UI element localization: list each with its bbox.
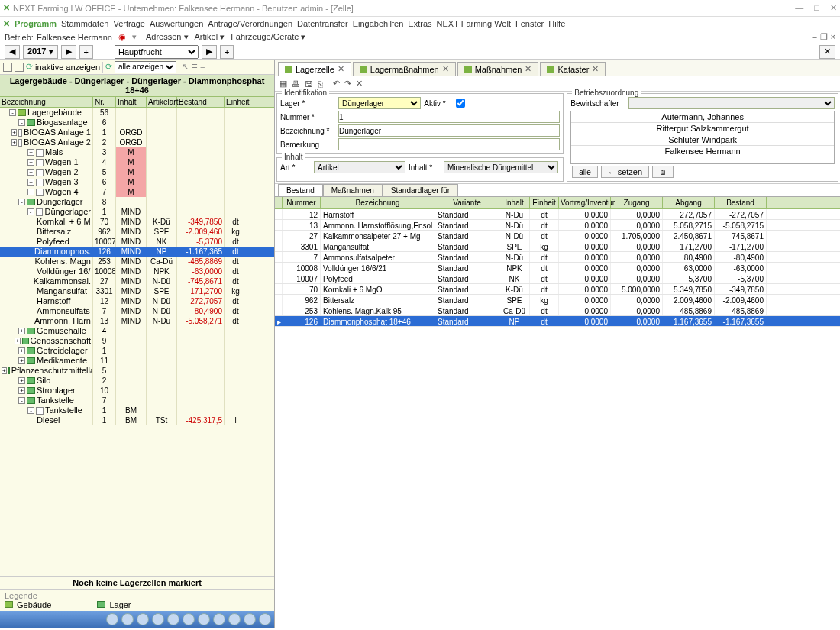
expand-icon[interactable]: - bbox=[27, 208, 34, 215]
tab-close-icon[interactable]: ✕ bbox=[338, 64, 344, 74]
expand-icon[interactable]: + bbox=[2, 367, 7, 374]
year-next-button[interactable]: ▶ bbox=[61, 45, 76, 59]
tree-row[interactable]: +Gemüsehalle4 bbox=[0, 326, 274, 336]
bottom-icon-4[interactable] bbox=[152, 613, 164, 625]
aktiv-checkbox[interactable] bbox=[456, 99, 465, 108]
bottom-icon-2[interactable] bbox=[121, 613, 134, 625]
betrieb-item[interactable]: Schlüter Windpark bbox=[571, 134, 834, 146]
grid-row[interactable]: 3301MangansulfatStandardSPEkg0,00000,000… bbox=[275, 241, 840, 252]
tree-row[interactable]: +BIOGAS Anlage 22ORGD bbox=[0, 137, 274, 147]
inhalt-select[interactable]: Mineralische Düngemittel bbox=[444, 161, 558, 173]
grid-row[interactable]: 962BittersalzStandardSPEkg0,00000,00002.… bbox=[275, 295, 840, 305]
grid-row[interactable]: 70Kornkali + 6 MgOStandardK-Düdt0,00005.… bbox=[275, 284, 840, 295]
bottom-icon-3[interactable] bbox=[137, 613, 149, 625]
paste-icon[interactable]: ⎘ bbox=[318, 79, 323, 89]
crop-next-button[interactable]: ▶ bbox=[202, 45, 217, 59]
refresh-icon[interactable]: ⟳ bbox=[26, 62, 33, 72]
expand-icon[interactable]: + bbox=[27, 169, 34, 176]
delete-icon[interactable]: ✕ bbox=[356, 79, 363, 89]
bottom-icon-1[interactable] bbox=[106, 613, 118, 625]
mdi-minimize-icon[interactable]: – bbox=[812, 32, 816, 42]
expand-icon[interactable]: - bbox=[18, 199, 25, 205]
tb-Fahrzeuge/Geräte[interactable]: Fahrzeuge/Geräte ▾ bbox=[231, 32, 305, 41]
art-select[interactable]: Artikel bbox=[314, 161, 405, 173]
tree-row[interactable]: -Tankstelle7 bbox=[0, 396, 274, 405]
window-close-icon[interactable]: ✕ bbox=[830, 3, 837, 13]
tree-row[interactable]: -Düngerlager8 bbox=[0, 197, 274, 207]
menu-Anträge/Verordnungen[interactable]: Anträge/Verordnungen bbox=[208, 19, 292, 28]
expand-icon[interactable]: + bbox=[27, 149, 34, 156]
tool-icon-3[interactable]: ≡ bbox=[200, 63, 205, 72]
doc-button[interactable]: 🗎 bbox=[652, 166, 674, 178]
nummer-input[interactable] bbox=[338, 111, 560, 123]
bottom-icon-6[interactable] bbox=[183, 613, 195, 625]
tree-row[interactable]: Polyfeed10007MINDNK-5,3700dt bbox=[0, 237, 274, 247]
tree-row[interactable]: Kohlens. Magn253MINDCa-Dü-485,8869dt bbox=[0, 257, 274, 267]
bewirtschafter-select[interactable] bbox=[628, 97, 835, 109]
expand-icon[interactable]: + bbox=[15, 338, 20, 344]
menu-NEXT Farming Welt[interactable]: NEXT Farming Welt bbox=[437, 19, 511, 28]
tree-row[interactable]: +Mais3M bbox=[0, 147, 274, 157]
bottom-icon-10[interactable] bbox=[244, 613, 256, 625]
checkbox-icon[interactable] bbox=[36, 189, 44, 196]
redo-icon[interactable]: ↷ bbox=[344, 79, 351, 89]
close-panel-button[interactable]: ✕ bbox=[819, 45, 835, 59]
menu-Eingabehilfen[interactable]: Eingabehilfen bbox=[353, 19, 404, 28]
filter-show-select[interactable]: alle anzeigen bbox=[115, 61, 176, 73]
tb-Adressen[interactable]: Adressen ▾ bbox=[146, 32, 189, 41]
bottom-icon-5[interactable] bbox=[167, 613, 179, 625]
checkbox-icon[interactable] bbox=[18, 129, 22, 137]
crop-add-button[interactable]: + bbox=[220, 45, 234, 59]
tree-row[interactable]: +Pflanzenschutzmittella5 bbox=[0, 366, 274, 376]
tree-row[interactable]: -Biogasanlage6 bbox=[0, 118, 274, 128]
tool-icon-2[interactable]: ≣ bbox=[191, 62, 198, 72]
menu-Datentransfer[interactable]: Datentransfer bbox=[297, 19, 348, 28]
collapse-all-icon[interactable] bbox=[15, 63, 24, 72]
tree-row[interactable]: +Wagen 47M bbox=[0, 187, 274, 197]
tree-row[interactable]: Volldünger 16/10008MINDNPK-63,0000dt bbox=[0, 267, 274, 276]
bottom-icon-9[interactable] bbox=[228, 613, 241, 625]
tree-row[interactable]: +Wagen 36M bbox=[0, 177, 274, 187]
betrieb-item[interactable]: Falkensee Hermann bbox=[571, 146, 834, 157]
checkbox-icon[interactable] bbox=[36, 169, 44, 176]
expand-icon[interactable]: + bbox=[18, 387, 25, 394]
menu-Programm[interactable]: Programm bbox=[15, 19, 57, 28]
tree-row[interactable]: +Getreidelager1 bbox=[0, 346, 274, 356]
tree-row[interactable]: Ammonsulfats7MINDN-Dü-80,4900dt bbox=[0, 306, 274, 316]
menu-Hilfe[interactable]: Hilfe bbox=[548, 19, 565, 28]
tree-row[interactable]: -Tankstelle1BM bbox=[0, 405, 274, 415]
checkbox-icon[interactable] bbox=[36, 159, 44, 166]
betriebe-list[interactable]: Autermann, JohannesRittergut Salzkammerg… bbox=[570, 111, 835, 164]
checkbox-icon[interactable] bbox=[18, 139, 22, 147]
tree-row[interactable]: +Silo2 bbox=[0, 376, 274, 386]
tree-row[interactable]: +Wagen 14M bbox=[0, 157, 274, 167]
tree-row[interactable]: +Strohlager10 bbox=[0, 386, 274, 396]
bottom-icon-11[interactable] bbox=[259, 613, 271, 625]
expand-all-icon[interactable] bbox=[3, 63, 12, 72]
bottom-icon-8[interactable] bbox=[213, 613, 225, 625]
window-maximize-icon[interactable]: □ bbox=[814, 3, 819, 13]
dropdown-icon[interactable]: ▾ bbox=[132, 32, 137, 42]
tb-Artikel[interactable]: Artikel ▾ bbox=[195, 32, 225, 41]
lowtab-Bestand[interactable]: Bestand bbox=[278, 184, 323, 196]
expand-icon[interactable]: + bbox=[18, 377, 25, 384]
menu-Extras[interactable]: Extras bbox=[408, 19, 431, 28]
bemerkung-input[interactable] bbox=[338, 138, 560, 150]
right-grid-body[interactable]: 12HarnstoffStandardN-Düdt0,00000,0000272… bbox=[275, 209, 840, 327]
checkbox-icon[interactable] bbox=[36, 407, 44, 415]
tree-row[interactable]: Bittersalz962MINDSPE-2.009,460kg bbox=[0, 227, 274, 237]
tree-row[interactable]: +Genossenschaft9 bbox=[0, 336, 274, 346]
menu-Fenster[interactable]: Fenster bbox=[515, 19, 544, 28]
lowtab-Standardlager für[interactable]: Standardlager für bbox=[383, 184, 458, 196]
tree-row[interactable]: -Lagergebäude56 bbox=[0, 108, 274, 118]
left-grid-body[interactable]: -Lagergebäude56-Biogasanlage6+BIOGAS Anl… bbox=[0, 108, 274, 576]
expand-icon[interactable]: + bbox=[11, 139, 17, 146]
menu-Stammdaten[interactable]: Stammdaten bbox=[61, 19, 108, 28]
tab-Kataster[interactable]: Kataster✕ bbox=[540, 62, 606, 76]
window-minimize-icon[interactable]: — bbox=[795, 3, 803, 13]
record-icon[interactable]: ◉ bbox=[118, 32, 126, 42]
lager-select[interactable]: Düngerlager bbox=[338, 97, 421, 109]
tree-row[interactable]: +BIOGAS Anlage 11ORGD bbox=[0, 128, 274, 137]
grid-row[interactable]: 7AmmonsulfatsalpeterStandardN-Düdt0,0000… bbox=[275, 252, 840, 263]
tree-row[interactable]: Harnstoff12MINDN-Dü-272,7057dt bbox=[0, 296, 274, 306]
